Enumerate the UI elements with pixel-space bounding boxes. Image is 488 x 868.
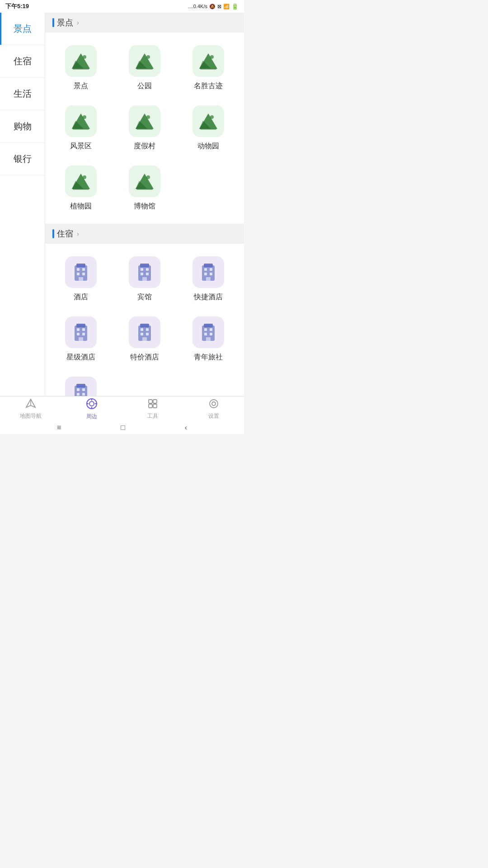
grid-area-zhushu: 酒店 宾馆	[45, 244, 244, 396]
svg-rect-90	[149, 404, 152, 408]
svg-rect-70	[210, 328, 212, 331]
icon-box-qingnian	[192, 316, 224, 348]
grid-item-qingnian[interactable]: 青年旅社	[177, 309, 240, 369]
svg-point-14	[83, 115, 86, 119]
grid-item-dujia[interactable]: 度假村	[113, 98, 176, 158]
icon-box-jingdian	[65, 45, 97, 77]
menu-button[interactable]: ≡	[57, 424, 61, 432]
grid-item-gongyuan[interactable]: 公园	[113, 38, 176, 98]
icon-box-dujia	[129, 105, 160, 137]
svg-rect-68	[204, 324, 213, 327]
svg-rect-55	[77, 328, 80, 331]
icon-box-mingsheng	[192, 45, 224, 77]
mountain-svg-fengjing	[71, 113, 91, 130]
svg-point-30	[146, 175, 150, 179]
mountain-svg-zhiwu	[71, 173, 91, 190]
svg-rect-50	[204, 273, 207, 275]
svg-point-10	[210, 55, 214, 59]
tools-nav-icon	[147, 398, 158, 411]
grid-item-mingsheng[interactable]: 名胜古迹	[177, 38, 240, 98]
icon-box-bowu	[129, 165, 160, 197]
sidebar-label-yinhang: 银行	[14, 153, 32, 165]
section-header-jingdian[interactable]: 景点 ›	[45, 13, 244, 33]
sidebar-item-jingdian[interactable]: 景点	[0, 13, 45, 45]
sidebar-item-shenghuo[interactable]: 生活	[0, 78, 45, 110]
svg-rect-54	[76, 324, 85, 327]
svg-rect-40	[140, 264, 149, 267]
mountain-svg-mingsheng	[198, 52, 218, 70]
building-svg-jiudian	[72, 263, 90, 282]
icon-box-zhiwu	[65, 165, 97, 197]
back-button[interactable]: ‹	[185, 424, 187, 432]
svg-point-6	[146, 55, 150, 59]
svg-rect-91	[153, 400, 157, 403]
svg-rect-75	[76, 384, 85, 387]
svg-rect-69	[204, 328, 207, 331]
section-title-jingdian: 景点	[57, 17, 73, 28]
grid-item-jingdian[interactable]: 景点	[49, 38, 113, 98]
svg-rect-15	[73, 128, 89, 130]
svg-rect-33	[76, 264, 85, 267]
building-svg-xingji	[72, 323, 90, 342]
grid-label-kuaijie: 快捷酒店	[194, 292, 223, 302]
svg-rect-71	[204, 333, 207, 335]
grid-label-xingji: 星级酒店	[66, 353, 95, 362]
svg-rect-47	[204, 264, 213, 267]
grid-item-binguan[interactable]: 宾馆	[113, 249, 176, 309]
icon-box-jiudian	[65, 256, 97, 288]
grid-zhushu: 酒店 宾馆	[49, 249, 240, 396]
grid-label-dongwu: 动物园	[197, 142, 219, 151]
nav-item-nearby[interactable]: 周边	[61, 396, 122, 421]
status-right: ....0.4K/s 🔕 ⊠ 📶 🔋	[188, 3, 239, 10]
nav-item-settings[interactable]: 设置	[183, 396, 244, 421]
grid-item-dongwu[interactable]: 动物园	[177, 98, 240, 158]
mountain-svg-gongyuan	[135, 52, 155, 70]
svg-rect-73	[206, 337, 211, 341]
svg-point-93	[210, 400, 218, 408]
nav-label-tools: 工具	[147, 412, 158, 420]
mountain-svg-jingdian	[71, 52, 91, 70]
home-button[interactable]: □	[121, 424, 125, 432]
svg-point-94	[212, 402, 216, 406]
grid-jingdian: 景点 公园	[49, 38, 240, 218]
svg-rect-27	[73, 189, 89, 190]
grid-item-gonyu[interactable]: 公寓酒店	[49, 369, 113, 396]
nav-item-tools[interactable]: 工具	[122, 396, 183, 421]
svg-rect-11	[200, 68, 216, 70]
mountain-svg-bowu	[135, 173, 155, 190]
sidebar-item-zhushu[interactable]: 住宿	[0, 45, 45, 78]
section-arrow-jingdian: ›	[77, 19, 79, 26]
grid-label-qingnian: 青年旅社	[194, 353, 223, 362]
section-bar-icon	[52, 18, 54, 27]
grid-item-zhiwu[interactable]: 植物园	[49, 158, 113, 218]
grid-item-jiudian[interactable]: 酒店	[49, 249, 113, 309]
grid-item-bowu[interactable]: 博物馆	[113, 158, 176, 218]
sidebar-label-gouwu: 购物	[14, 120, 32, 132]
svg-rect-34	[77, 268, 80, 271]
grid-item-tejia[interactable]: 特价酒店	[113, 309, 176, 369]
sidebar-label-shenghuo: 生活	[14, 88, 32, 100]
nav-item-map[interactable]: 地图导航	[0, 396, 61, 421]
section-header-zhushu[interactable]: 住宿 ›	[45, 224, 244, 244]
icon-box-kuaijie	[192, 256, 224, 288]
svg-point-18	[146, 115, 150, 119]
svg-rect-38	[79, 277, 83, 281]
grid-label-jingdian: 景点	[74, 81, 88, 91]
svg-rect-62	[141, 328, 143, 331]
sidebar-item-gouwu[interactable]: 购物	[0, 110, 45, 143]
svg-point-22	[210, 115, 214, 119]
grid-item-fengjing[interactable]: 风景区	[49, 98, 113, 158]
svg-rect-36	[77, 273, 80, 275]
mountain-svg-dongwu	[198, 113, 218, 130]
grid-item-xingji[interactable]: 星级酒店	[49, 309, 113, 369]
svg-point-84	[89, 401, 94, 406]
sidebar-item-yinhang[interactable]: 银行	[0, 143, 45, 175]
svg-rect-64	[141, 333, 143, 335]
settings-nav-icon	[208, 398, 219, 411]
svg-rect-45	[142, 277, 147, 281]
icon-box-binguan	[129, 256, 160, 288]
grid-item-kuaijie[interactable]: 快捷酒店	[177, 249, 240, 309]
svg-rect-31	[136, 189, 153, 190]
svg-point-26	[83, 175, 86, 179]
svg-rect-41	[141, 268, 143, 271]
